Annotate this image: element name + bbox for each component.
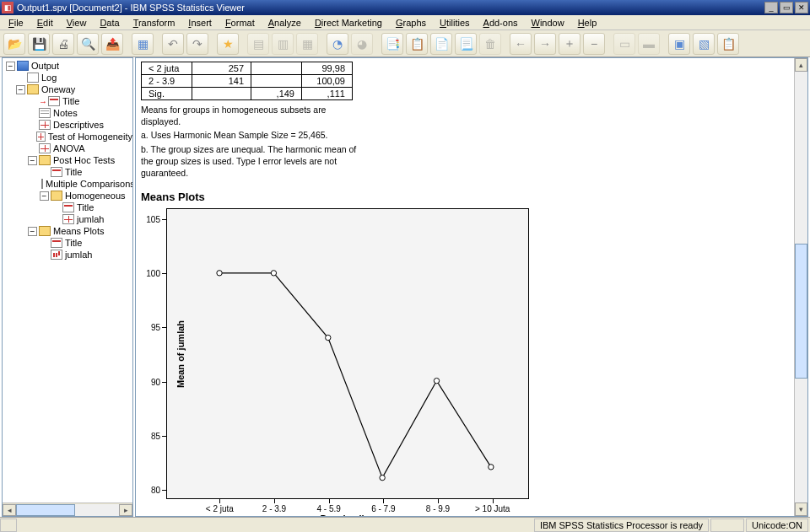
log-icon [27,73,39,83]
menu-utilities[interactable]: Utilities [433,17,476,29]
close-button[interactable]: ✕ [795,2,808,13]
means-plot-chart[interactable]: Mean of jumlah Penghasilan 8085909510010… [166,208,529,499]
outline-item-oneway[interactable]: −Oneway [4,83,132,95]
chart-data-point [434,378,439,383]
outline-item-label: Oneway [41,84,75,94]
outline-item-anova[interactable]: ANOVA [4,142,132,154]
show-hide-icon[interactable]: ▧ [693,33,715,55]
minimize-button[interactable]: _ [764,2,778,13]
new-page-icon[interactable]: 📃 [455,33,477,55]
outline-item-jumlah[interactable]: jumlah [4,213,132,225]
designate-window-icon[interactable]: ▣ [668,33,690,55]
y-tick [162,273,167,274]
undo-icon[interactable]: ↶ [162,33,184,55]
footnote-a: a. Uses Harmonic Mean Sample Size = 25,4… [141,129,360,141]
collapse-icon[interactable]: − [16,85,25,94]
menu-direct-marketing[interactable]: Direct Marketing [308,17,389,29]
outline-item-multiple-comparisons[interactable]: Multiple Comparisons [4,178,132,190]
outline-item-title[interactable]: →Title [4,95,132,107]
x-tick-label: 2 - 3.9 [262,504,286,513]
scroll-thumb-vertical[interactable] [795,244,807,379]
print-preview-icon[interactable]: 🔍 [77,33,99,55]
y-tick-label: 105 [143,215,160,224]
outline-item-log[interactable]: Log [4,72,132,83]
outline-item-output[interactable]: −Output [4,60,132,72]
homogeneous-subsets-table[interactable]: < 2 juta25799,982 - 3.9141100,09Sig.,149… [141,62,353,100]
outline-horizontal-scrollbar[interactable]: ◂ ▸ [3,502,132,516]
notes-icon [39,108,51,118]
outline-item-label: Means Plots [53,226,105,236]
outline-item-notes[interactable]: Notes [4,107,132,119]
outline-item-test-of-homogeneity[interactable]: Test of Homogeneity [4,131,132,142]
menu-window[interactable]: Window [525,17,571,29]
status-cell-empty-2 [710,519,744,532]
scroll-right-button[interactable]: ▸ [119,504,132,516]
folder-icon [27,84,39,94]
collapse-icon[interactable]: − [40,191,49,201]
demote-icon[interactable]: − [583,33,605,55]
redo-icon[interactable]: ↷ [186,33,208,55]
save-icon[interactable]: 💾 [28,33,50,55]
export-icon[interactable]: 📤 [101,33,123,55]
scroll-down-button[interactable]: ▾ [795,502,807,516]
y-tick-label: 100 [143,269,160,278]
outline-item-title[interactable]: Title [4,166,132,178]
scroll-track-vertical[interactable] [795,72,807,502]
arrow-left-icon[interactable]: ← [510,33,532,55]
menu-graphs[interactable]: Graphs [389,17,433,29]
menu-format[interactable]: Format [219,17,262,29]
outline-item-title[interactable]: Title [4,202,132,213]
status-processor: IBM SPSS Statistics Processor is ready [534,519,709,532]
collapse-icon[interactable]: − [28,227,37,236]
outline-item-descriptives[interactable]: Descriptives [4,119,132,131]
menu-transform[interactable]: Transform [127,17,182,29]
menu-analyze[interactable]: Analyze [262,17,308,29]
content-body[interactable]: < 2 juta25799,982 - 3.9141100,09Sig.,149… [136,58,794,516]
menu-insert[interactable]: Insert [181,17,219,29]
insert-title-icon[interactable]: 📋 [406,33,428,55]
insert-text-icon[interactable]: 📄 [430,33,452,55]
scroll-left-button[interactable]: ◂ [3,504,16,516]
table-cell: 2 - 3.9 [142,75,192,88]
tree-spacer [40,239,49,248]
insert-heading-icon[interactable]: 📑 [381,33,403,55]
goto-data-icon[interactable]: ★ [217,33,239,55]
collapse-icon[interactable]: − [6,62,15,71]
collapse-icon[interactable]: − [28,156,37,165]
menu-help[interactable]: Help [571,17,604,29]
x-tick [219,498,220,503]
scroll-track[interactable] [16,504,119,516]
scroll-up-button[interactable]: ▴ [795,58,807,72]
outline-tree[interactable]: −OutputLog−Oneway→TitleNotesDescriptives… [3,58,132,502]
print-icon[interactable]: 🖨 [52,33,74,55]
dialog-recall-icon[interactable]: ▦ [132,33,154,55]
menu-edit[interactable]: Edit [30,17,60,29]
expand-icon: ▭ [613,33,635,55]
open-icon[interactable]: 📂 [3,33,25,55]
outline-item-jumlah[interactable]: jumlah [4,249,132,261]
table-icon [41,179,43,189]
outline-item-means-plots[interactable]: −Means Plots [4,225,132,237]
arrow-right-icon[interactable]: → [534,33,556,55]
promote-icon[interactable]: ＋ [559,33,580,55]
table-cell [251,62,302,75]
tree-spacer [40,250,49,260]
menu-view[interactable]: View [60,17,94,29]
menu-data[interactable]: Data [93,17,126,29]
select-last-icon[interactable]: ◔ [327,33,348,55]
outline-pane: −OutputLog−Oneway→TitleNotesDescriptives… [2,57,133,517]
outline-item-label: Title [62,96,79,106]
outline-item-title[interactable]: Title [4,237,132,249]
outline-item-homogeneous[interactable]: −Homogeneous [4,190,132,202]
outline-item-post-hoc-tests[interactable]: −Post Hoc Tests [4,154,132,166]
menu-add-ons[interactable]: Add-ons [477,17,525,29]
y-tick-label: 90 [143,377,160,386]
copy-special-icon[interactable]: 📋 [717,33,739,55]
x-tick-label: 8 - 9.9 [426,504,450,513]
scroll-thumb[interactable] [16,504,75,516]
outline-item-label: ANOVA [53,143,85,153]
outline-item-label: Log [41,73,57,83]
menu-file[interactable]: File [2,17,30,29]
restore-button[interactable]: ▭ [780,2,793,13]
content-vertical-scrollbar[interactable]: ▴ ▾ [794,58,807,516]
